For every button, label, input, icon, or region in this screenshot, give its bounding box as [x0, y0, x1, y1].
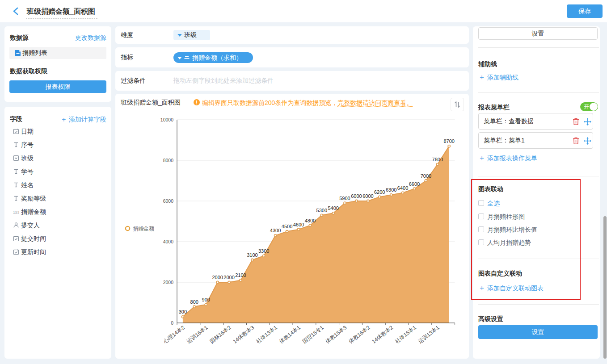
svg-text:4300: 4300 — [270, 228, 281, 233]
svg-text:3100: 3100 — [247, 252, 257, 258]
svg-text:0: 0 — [171, 320, 173, 326]
svg-text:5400: 5400 — [328, 205, 338, 211]
svg-text:2000: 2000 — [212, 275, 223, 280]
svg-text:6300: 6300 — [386, 187, 396, 192]
svg-text:运训16本1: 运训16本1 — [185, 324, 209, 345]
svg-text:社体15本1: 社体15本1 — [393, 324, 417, 345]
svg-text:4800: 4800 — [305, 218, 316, 223]
svg-text:7800: 7800 — [432, 157, 443, 162]
svg-text:10000: 10000 — [160, 117, 173, 122]
svg-text:6600: 6600 — [409, 181, 420, 187]
svg-text:3300: 3300 — [258, 248, 269, 254]
svg-text:2100: 2100 — [235, 272, 246, 278]
svg-text:体教14本1: 体教14本1 — [278, 324, 302, 345]
svg-text:6200: 6200 — [374, 189, 385, 195]
svg-text:800: 800 — [190, 299, 198, 305]
svg-text:体教16本2: 体教16本2 — [347, 324, 371, 345]
svg-text:捐赠金额: 捐赠金额 — [133, 226, 154, 232]
svg-text:2000: 2000 — [223, 275, 234, 280]
svg-text:社体13本1: 社体13本1 — [254, 324, 278, 345]
svg-text:5900: 5900 — [339, 196, 350, 201]
svg-text:国贸15专1: 国贸15专1 — [301, 324, 325, 345]
svg-text:6000: 6000 — [351, 193, 362, 199]
svg-text:6000: 6000 — [163, 198, 174, 204]
svg-text:8700: 8700 — [443, 138, 454, 144]
svg-text:300: 300 — [179, 309, 187, 314]
svg-text:7000: 7000 — [421, 173, 431, 179]
svg-text:园林16本2: 园林16本2 — [209, 324, 232, 345]
svg-text:体教15本3: 体教15本3 — [325, 324, 348, 345]
svg-text:6400: 6400 — [397, 185, 408, 191]
svg-text:14体教本2: 14体教本2 — [371, 324, 394, 345]
svg-text:心理14本2: 心理14本2 — [162, 324, 186, 345]
svg-text:5300: 5300 — [316, 208, 327, 213]
svg-text:4500: 4500 — [282, 224, 292, 229]
svg-text:运训13本1: 运训13本1 — [417, 324, 441, 345]
svg-text:2000: 2000 — [163, 280, 174, 285]
svg-text:123: 123 — [13, 210, 19, 214]
svg-text:4000: 4000 — [163, 239, 174, 244]
svg-text:6000: 6000 — [363, 193, 373, 199]
svg-text:8000: 8000 — [163, 158, 174, 163]
svg-text:900: 900 — [202, 297, 210, 302]
svg-text:4600: 4600 — [293, 222, 304, 227]
svg-text:14体教本3: 14体教本3 — [232, 324, 255, 345]
